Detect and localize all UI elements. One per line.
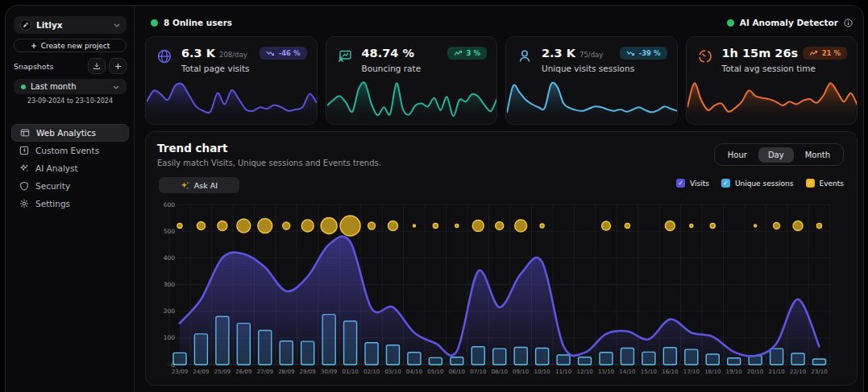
checkbox-unique-sessions[interactable]: ✓ xyxy=(721,179,730,188)
project-name: Litlyx xyxy=(36,20,109,30)
stat-label: Total page visits xyxy=(181,64,250,73)
stat-label: Total avg session time xyxy=(722,64,816,73)
svg-text:09/10: 09/10 xyxy=(513,369,529,375)
stat-card-avg-session-time: 1h 15m 26s 21 % Total avg session time xyxy=(686,36,858,125)
sidebar-item-label: Security xyxy=(35,181,70,191)
snapshot-date-range: 23-09-2024 to 23-10-2024 xyxy=(6,97,135,105)
sidebar-item-ai-analyst[interactable]: AI Analyst xyxy=(11,159,129,177)
period-selected-value: Last month xyxy=(31,82,108,91)
stat-per-day: 208/day xyxy=(219,51,247,59)
svg-text:07/10: 07/10 xyxy=(470,369,486,375)
legend-item-unique-sessions[interactable]: ✓ Unique sessions xyxy=(721,179,794,188)
svg-text:13/10: 13/10 xyxy=(598,369,614,375)
stat-card-total-page-visits: 6.3 K 208/day -46 % Total page visits xyxy=(145,36,318,125)
trend-chart-panel: Trend chart Easily match Visits, Unique … xyxy=(145,131,858,386)
svg-text:29/09: 29/09 xyxy=(300,369,316,375)
stat-card-unique-visits: 2.3 K 75/day -39 % Unique visits session… xyxy=(505,36,678,125)
svg-text:18/10: 18/10 xyxy=(704,369,721,375)
svg-text:19/10: 19/10 xyxy=(726,369,742,375)
svg-text:26/09: 26/09 xyxy=(235,369,251,375)
project-logo-icon xyxy=(20,19,31,31)
download-icon xyxy=(93,62,101,70)
svg-text:28/09: 28/09 xyxy=(278,369,294,375)
globe-icon xyxy=(156,47,173,65)
ai-anomaly-detector-status: AI Anomaly Detector xyxy=(727,18,853,27)
trend-chart-title: Trend chart xyxy=(157,142,227,155)
range-option-day[interactable]: Day xyxy=(758,147,794,163)
sidebar-item-settings[interactable]: Settings xyxy=(11,195,129,213)
range-option-hour[interactable]: Hour xyxy=(718,147,757,163)
sidebar-item-label: Settings xyxy=(35,199,70,208)
anomaly-detector-label: AI Anomaly Detector xyxy=(740,18,838,27)
create-new-project-label: Create new project xyxy=(41,42,110,50)
trend-badge: -46 % xyxy=(260,47,307,60)
svg-text:06/10: 06/10 xyxy=(449,369,465,375)
stat-value: 1h 15m 26s xyxy=(722,47,799,60)
svg-text:24/09: 24/09 xyxy=(193,369,209,375)
sidebar-item-label: Custom Events xyxy=(35,146,99,155)
trend-badge: 3 % xyxy=(447,47,487,60)
svg-text:600: 600 xyxy=(164,201,176,208)
sidebar-item-web-analytics[interactable]: Web Analytics xyxy=(11,124,129,142)
svg-text:17/10: 17/10 xyxy=(683,369,700,375)
stat-cards-row: 6.3 K 208/day -46 % Total page visits 48… xyxy=(145,36,858,125)
timer-icon xyxy=(696,47,714,65)
trend-up-icon xyxy=(809,50,818,56)
trend-down-icon xyxy=(266,50,275,56)
svg-text:12/10: 12/10 xyxy=(576,369,592,375)
trend-chart-canvas[interactable]: 010020030040050060023/0924/0925/0926/092… xyxy=(152,200,852,382)
sidebar: Litlyx Create new project Snapshots Last… xyxy=(6,6,135,392)
svg-text:30/09: 30/09 xyxy=(321,369,337,375)
stat-card-bouncing-rate: 48.74 % 3 % Bouncing rate xyxy=(326,36,498,125)
event-icon xyxy=(19,146,29,155)
project-selector[interactable]: Litlyx xyxy=(14,16,127,34)
sparkline-bouncing-rate xyxy=(327,78,497,123)
plus-icon xyxy=(31,43,37,49)
svg-text:02/10: 02/10 xyxy=(363,369,380,375)
stat-value: 48.74 % xyxy=(362,47,414,60)
sparkline-avg-session-time xyxy=(687,78,858,123)
create-new-project-button[interactable]: Create new project xyxy=(14,39,127,52)
svg-text:15/10: 15/10 xyxy=(641,369,657,375)
gear-icon xyxy=(19,199,29,208)
svg-text:01/10: 01/10 xyxy=(343,369,359,375)
info-icon[interactable] xyxy=(844,19,853,27)
range-option-month[interactable]: Month xyxy=(795,147,840,163)
user-icon xyxy=(516,47,534,65)
legend-item-events[interactable]: ✓ Events xyxy=(806,179,844,188)
sidebar-item-custom-events[interactable]: Custom Events xyxy=(11,142,129,159)
ask-ai-button[interactable]: Ask AI xyxy=(159,177,239,193)
bounce-icon xyxy=(336,47,354,65)
app-window: Litlyx Create new project Snapshots Last… xyxy=(5,5,864,392)
plus-icon xyxy=(114,63,122,70)
download-snapshot-button[interactable] xyxy=(88,58,106,74)
checkbox-events[interactable]: ✓ xyxy=(806,179,815,188)
svg-text:25/09: 25/09 xyxy=(214,369,230,375)
range-toggle: Hour Day Month xyxy=(714,143,844,166)
stat-label: Unique visits sessions xyxy=(542,64,634,73)
online-status-dot xyxy=(151,19,158,27)
svg-text:21/10: 21/10 xyxy=(769,369,785,375)
shield-icon xyxy=(19,181,29,191)
sidebar-item-security[interactable]: Security xyxy=(11,177,129,195)
stat-value: 2.3 K xyxy=(542,47,575,60)
svg-text:14/10: 14/10 xyxy=(619,369,635,375)
svg-text:200: 200 xyxy=(164,307,176,315)
trend-badge: 21 % xyxy=(803,47,847,60)
svg-text:04/10: 04/10 xyxy=(406,369,422,375)
stat-label: Bouncing rate xyxy=(362,64,422,73)
stat-value: 6.3 K xyxy=(181,47,215,60)
snapshot-period-selector[interactable]: Last month xyxy=(14,79,127,94)
anomaly-status-dot xyxy=(727,19,734,27)
trend-badge: -39 % xyxy=(620,47,667,60)
add-snapshot-button[interactable] xyxy=(109,58,127,74)
trend-chart-subtitle: Easily match Visits, Unique sessions and… xyxy=(157,159,381,167)
checkbox-visits[interactable]: ✓ xyxy=(676,179,685,188)
svg-text:400: 400 xyxy=(164,254,176,262)
sidebar-item-label: AI Analyst xyxy=(35,163,78,173)
svg-text:22/10: 22/10 xyxy=(790,369,806,375)
legend-item-visits[interactable]: ✓ Visits xyxy=(676,179,709,188)
svg-text:16/10: 16/10 xyxy=(662,369,678,375)
events-bubbles xyxy=(177,216,822,236)
ai-sparkle-icon xyxy=(19,163,29,173)
